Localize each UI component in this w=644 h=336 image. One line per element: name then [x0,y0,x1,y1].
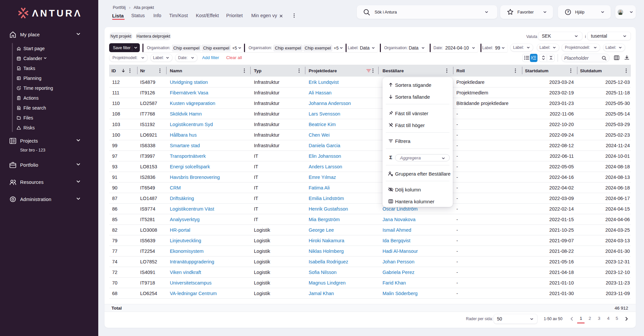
svg-text:?: ? [567,10,569,14]
svg-text:ΛNTURΛ: ΛNTURΛ [32,8,82,18]
